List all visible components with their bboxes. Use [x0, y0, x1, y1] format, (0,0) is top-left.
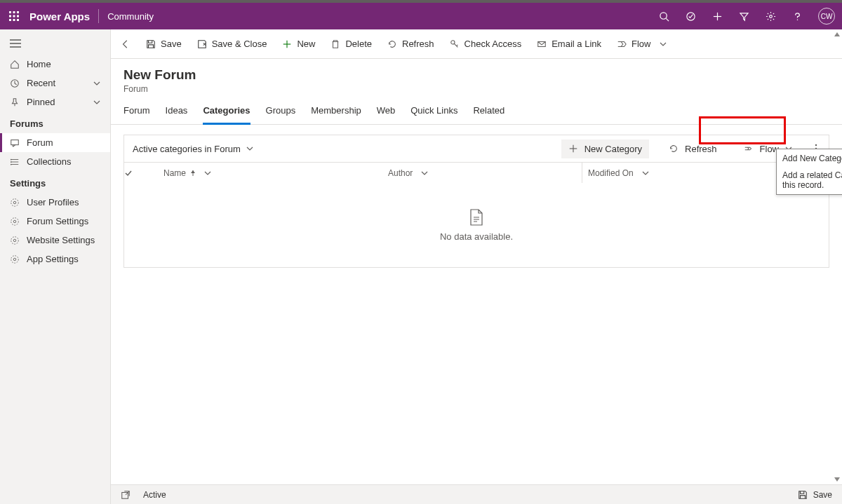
svg-point-28: [11, 198, 19, 206]
tab-groups[interactable]: Groups: [266, 105, 296, 124]
nav-label: Recent: [27, 78, 55, 88]
grid-body-empty: No data available.: [124, 183, 829, 267]
nav-collapse-icon[interactable]: [0, 36, 110, 55]
app-launcher-icon[interactable]: [7, 9, 21, 23]
new-category-button[interactable]: New Category: [561, 139, 649, 158]
refresh-icon: [387, 39, 397, 49]
nav-label: Home: [27, 59, 51, 69]
home-icon: [10, 60, 20, 69]
nav-forum-settings[interactable]: Forum Settings: [0, 212, 110, 231]
tooltip: Add New Category Add a related Category …: [776, 149, 842, 195]
assist-icon[interactable]: [685, 11, 696, 22]
nav-app-settings[interactable]: App Settings: [0, 250, 110, 268]
view-selector[interactable]: Active categories in Forum: [133, 144, 253, 154]
back-button[interactable]: [119, 36, 132, 52]
list-icon: [10, 157, 20, 167]
nav-forum[interactable]: Forum: [0, 133, 110, 152]
nav-home[interactable]: Home: [0, 55, 110, 74]
scroll-up-icon[interactable]: [834, 31, 841, 38]
flow-button[interactable]: Flow: [615, 36, 668, 52]
cmd-label: Save & Close: [212, 39, 267, 49]
view-name: Active categories in Forum: [133, 144, 241, 154]
nav-label: App Settings: [27, 254, 79, 264]
nav-label: Collections: [27, 156, 72, 167]
tab-web[interactable]: Web: [377, 105, 396, 124]
user-avatar[interactable]: CW: [818, 8, 835, 25]
refresh-icon: [669, 144, 679, 154]
save-icon: [146, 39, 156, 49]
nav-header-settings: Settings: [0, 171, 110, 193]
nav-header-forums: Forums: [0, 111, 110, 133]
svg-rect-20: [11, 139, 19, 144]
svg-point-31: [13, 239, 16, 242]
status-bar: Active Save: [111, 484, 842, 504]
save-close-button[interactable]: Save & Close: [196, 36, 269, 52]
tab-ideas[interactable]: Ideas: [166, 105, 188, 124]
nav-collections[interactable]: Collections: [0, 152, 110, 171]
chevron-down-icon: [642, 171, 649, 175]
tooltip-body: Add a related Category to this record.: [782, 170, 842, 190]
app-title: Power Apps: [29, 11, 90, 22]
btn-label: Refresh: [685, 144, 717, 154]
svg-rect-3: [9, 15, 11, 18]
column-author[interactable]: Author: [382, 168, 582, 178]
scroll-down-icon[interactable]: [834, 476, 841, 483]
svg-point-26: [11, 163, 12, 165]
subgrid-refresh-button[interactable]: Refresh: [662, 139, 724, 158]
gear-icon: [10, 236, 20, 245]
status-save-label[interactable]: Save: [813, 490, 832, 500]
chevron-down-icon: [421, 171, 428, 175]
tooltip-title: Add New Category: [782, 154, 842, 163]
svg-rect-8: [17, 19, 19, 21]
btn-label: New Category: [584, 144, 642, 154]
save-close-icon: [197, 39, 207, 49]
tab-related[interactable]: Related: [473, 105, 504, 124]
grid-header-row: Name Author Modified On: [124, 162, 829, 183]
new-button[interactable]: New: [281, 36, 316, 52]
cmd-label: Email a Link: [552, 39, 601, 49]
tab-forum[interactable]: Forum: [123, 105, 150, 124]
column-modified-on[interactable]: Modified On: [582, 163, 673, 183]
refresh-button[interactable]: Refresh: [386, 36, 436, 52]
cmd-label: Flow: [632, 39, 650, 49]
nav-recent[interactable]: Recent: [0, 74, 110, 93]
popout-icon[interactable]: [121, 490, 131, 500]
plus-icon: [282, 39, 292, 49]
categories-subgrid: Active categories in Forum New Category …: [123, 135, 829, 268]
nav-website-settings[interactable]: Website Settings: [0, 231, 110, 250]
cmd-label: Refresh: [402, 39, 434, 49]
tab-categories[interactable]: Categories: [203, 105, 250, 125]
svg-rect-1: [13, 11, 15, 13]
select-all-checkbox[interactable]: [124, 169, 158, 177]
svg-line-10: [666, 18, 669, 21]
column-name[interactable]: Name: [158, 168, 382, 178]
gear-icon: [10, 198, 20, 207]
nav-pinned[interactable]: Pinned: [0, 93, 110, 111]
gear-icon: [10, 254, 20, 264]
tab-quick-links[interactable]: Quick Links: [410, 105, 457, 124]
mail-icon: [537, 39, 547, 49]
tab-membership[interactable]: Membership: [311, 105, 361, 124]
svg-point-33: [13, 258, 16, 261]
cmd-label: Delete: [345, 39, 372, 49]
no-data-message: No data available.: [440, 231, 513, 242]
cmd-label: New: [297, 39, 315, 49]
save-button[interactable]: Save: [145, 36, 183, 52]
command-bar: Save Save & Close New Delete Refresh Che…: [111, 29, 842, 59]
nav-user-profiles[interactable]: User Profiles: [0, 193, 110, 212]
main-content: Save Save & Close New Delete Refresh Che…: [111, 29, 842, 504]
sidebar: Home Recent Pinned Forums Forum Collecti…: [0, 29, 111, 504]
svg-rect-7: [13, 19, 15, 21]
delete-button[interactable]: Delete: [329, 36, 373, 52]
document-icon: [469, 209, 483, 226]
settings-icon[interactable]: [765, 11, 776, 22]
check-access-button[interactable]: Check Access: [448, 36, 523, 52]
divider: [98, 9, 99, 23]
add-icon[interactable]: [711, 11, 723, 22]
search-icon[interactable]: [658, 11, 669, 22]
chevron-down-icon: [204, 171, 211, 175]
filter-icon[interactable]: [738, 11, 749, 22]
email-link-button[interactable]: Email a Link: [535, 36, 603, 52]
help-icon[interactable]: [791, 11, 803, 22]
svg-point-29: [13, 220, 16, 223]
